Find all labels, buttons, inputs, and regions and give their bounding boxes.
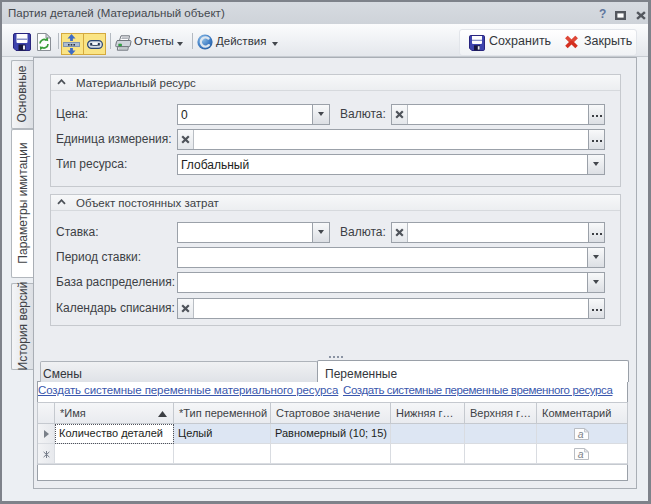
svg-text:a: a bbox=[578, 428, 584, 440]
svg-text:a: a bbox=[578, 448, 584, 460]
